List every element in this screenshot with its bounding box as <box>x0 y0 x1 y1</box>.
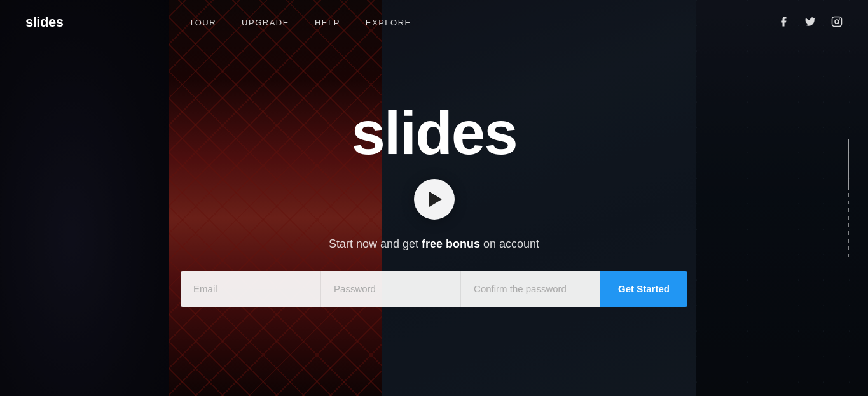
play-triangle-icon <box>429 192 442 207</box>
subtitle-bold: free bonus <box>422 237 480 250</box>
password-field[interactable] <box>320 271 460 307</box>
facebook-icon[interactable] <box>778 16 789 29</box>
navbar: slides TOUR UPGRADE HELP EXPLORE <box>0 0 868 45</box>
instagram-icon[interactable] <box>831 16 843 29</box>
site-logo[interactable]: slides <box>25 14 63 31</box>
nav-links: TOUR UPGRADE HELP EXPLORE <box>189 18 411 27</box>
subtitle-after: on account <box>480 237 539 250</box>
scroll-indicator <box>848 139 849 257</box>
scroll-line-solid <box>848 139 849 190</box>
email-field[interactable] <box>181 271 320 307</box>
twitter-icon[interactable] <box>804 16 816 29</box>
nav-help[interactable]: HELP <box>315 18 340 27</box>
svg-point-2 <box>839 18 840 20</box>
hero-content: slides Start now and get free bonus on a… <box>0 0 868 396</box>
signup-form: Get Started <box>181 271 687 307</box>
get-started-button[interactable]: Get Started <box>600 271 687 307</box>
hero-title: slides <box>351 103 516 164</box>
social-icons <box>778 16 843 29</box>
hero-subtitle: Start now and get free bonus on account <box>329 237 539 251</box>
scroll-line-dashed <box>848 193 849 257</box>
svg-rect-0 <box>832 17 842 26</box>
subtitle-before: Start now and get <box>329 237 422 250</box>
nav-explore[interactable]: EXPLORE <box>366 18 411 27</box>
svg-point-1 <box>835 20 839 24</box>
play-button[interactable] <box>414 179 455 220</box>
confirm-password-field[interactable] <box>460 271 600 307</box>
nav-tour[interactable]: TOUR <box>189 18 216 27</box>
hero-section: slides TOUR UPGRADE HELP EXPLORE <box>0 0 868 396</box>
nav-upgrade[interactable]: UPGRADE <box>242 18 289 27</box>
